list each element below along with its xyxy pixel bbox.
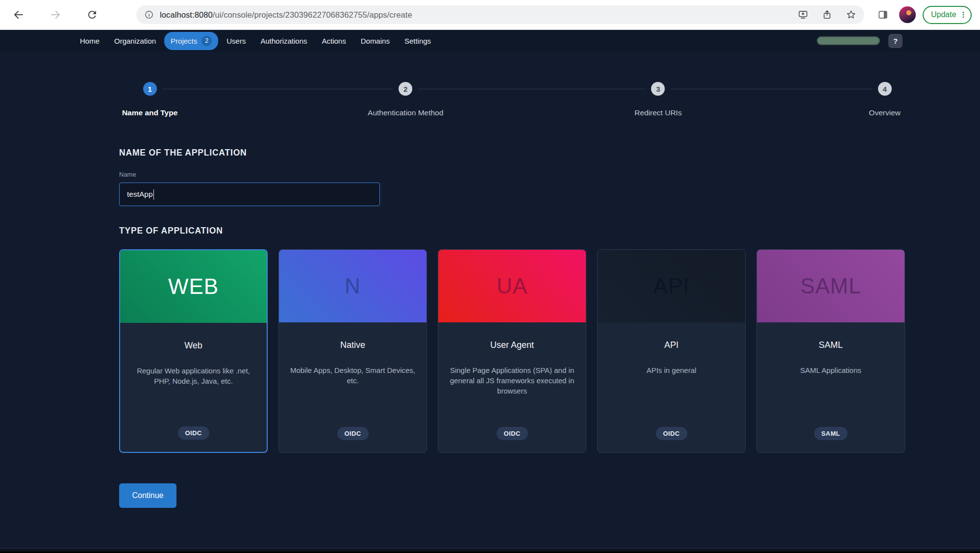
app-type-title: User Agent [490,340,534,350]
app-type-title: API [664,340,678,350]
nav-item-home[interactable]: Home [74,33,106,49]
protocol-badge: OIDC [337,427,368,440]
name-section-title: NAME OF THE APPLICATION [119,148,906,158]
console-nav-bar: HomeOrganizationProjects2UsersAuthorizat… [0,30,980,52]
address-bar[interactable]: localhost:8080/ui/console/projects/23039… [136,5,864,24]
step-circle-1[interactable]: 1 [143,82,157,96]
app-type-description: APIs in general [606,365,736,375]
back-icon[interactable] [13,9,25,21]
browser-profile-avatar[interactable] [899,6,916,23]
step-label-1[interactable]: Name and Type [122,108,177,117]
app-type-card-web[interactable]: WEBWebRegular Web applications like .net… [119,249,268,453]
url-path: /ui/console/projects/230396227068362755/… [213,10,412,19]
site-info-icon[interactable] [144,10,154,20]
url-text: localhost:8080/ui/console/projects/23039… [160,10,790,20]
nav-item-label: Settings [404,37,431,45]
step-label-2[interactable]: Authentication Method [368,108,443,117]
step-circle-2[interactable]: 2 [399,82,412,96]
continue-button[interactable]: Continue [119,483,176,508]
forward-icon[interactable] [50,9,61,21]
reload-icon[interactable] [86,9,98,21]
app-type-title: SAML [819,340,843,350]
api-card-banner: API [598,250,745,322]
nav-item-domains[interactable]: Domains [354,33,396,49]
app-type-title: Web [184,341,202,351]
app-type-card-user-agent[interactable]: UAUser AgentSingle Page Applications (SP… [438,249,586,453]
step-label-4[interactable]: Overview [869,108,901,117]
projects-count-badge: 2 [201,36,212,46]
nav-item-label: Users [226,37,246,45]
step-connector-line [418,89,645,89]
native-card-body: NativeMobile Apps, Desktop, Smart Device… [279,322,427,452]
web-card-banner: WEB [120,250,267,323]
nav-item-actions[interactable]: Actions [316,33,352,49]
nav-item-label: Actions [322,37,346,45]
user-agent-card-banner: UA [438,250,586,322]
api-card-body: APIAPIs in generalOIDC [598,322,745,452]
bookmark-star-icon[interactable] [846,9,856,20]
nav-item-label: Authorizations [260,37,307,45]
app-type-description: SAML Applications [766,365,896,375]
native-card-banner: N [279,250,427,322]
nav-item-label: Organization [114,37,156,45]
step-label-3[interactable]: Redirect URIs [634,108,681,117]
share-icon[interactable] [822,9,832,20]
install-app-icon[interactable] [798,9,808,20]
app-type-description: Mobile Apps, Desktop, Smart Devices, etc… [288,365,418,386]
nav-item-users[interactable]: Users [220,33,252,49]
help-button[interactable]: ? [888,34,903,48]
app-create-page: 1Name and Type2Authentication Method3Red… [119,79,906,508]
side-panel-icon[interactable] [878,9,888,20]
web-banner-abbr: WEB [168,274,219,299]
app-type-card-saml[interactable]: SAMLSAMLSAML ApplicationsSAML [756,249,905,453]
nav-item-settings[interactable]: Settings [398,33,437,49]
name-input[interactable]: testApp [119,183,380,206]
native-banner-abbr: N [345,274,361,298]
nav-item-label: Home [80,37,100,45]
name-field-label: Name [119,171,906,178]
app-type-description: Single Page Applications (SPA) and in ge… [447,365,577,396]
protocol-badge: OIDC [177,426,209,440]
nav-item-authorizations[interactable]: Authorizations [254,33,313,49]
browser-chrome: localhost:8080/ui/console/projects/23039… [0,0,980,30]
update-label: Update [931,10,956,19]
saml-card-banner: SAML [757,250,905,322]
stepper: 1Name and Type2Authentication Method3Red… [119,79,906,128]
nav-item-label: Projects [171,37,197,45]
step-circle-3[interactable]: 3 [651,82,665,96]
web-card-body: WebRegular Web applications like .net, P… [120,323,267,452]
protocol-badge: SAML [814,427,847,440]
step-connector-line [671,89,872,89]
app-type-cards: WEBWebRegular Web applications like .net… [119,249,906,453]
type-section-title: TYPE OF APPLICATION [119,226,906,236]
step-circle-4[interactable]: 4 [878,82,892,96]
nav-item-projects[interactable]: Projects2 [164,32,218,50]
app-type-title: Native [340,340,365,350]
text-caret [153,189,154,200]
app-type-card-native[interactable]: NNativeMobile Apps, Desktop, Smart Devic… [278,249,427,453]
app-type-description: Regular Web applications like .net, PHP,… [129,366,258,386]
nav-item-label: Domains [361,37,390,45]
protocol-badge: OIDC [655,427,687,440]
api-banner-abbr: API [653,274,690,298]
org-context-skeleton [817,36,880,45]
app-type-card-api[interactable]: APIAPIAPIs in generalOIDC [597,249,746,453]
saml-card-body: SAMLSAML ApplicationsSAML [757,322,905,452]
saml-banner-abbr: SAML [801,274,861,298]
user-agent-banner-abbr: UA [497,274,528,298]
browser-menu-kebab-icon[interactable] [959,10,968,19]
step-connector-line [163,89,393,89]
nav-items: HomeOrganizationProjects2UsersAuthorizat… [74,32,437,50]
protocol-badge: OIDC [496,427,528,440]
name-input-value: testApp [127,190,153,199]
url-domain: localhost:8080 [160,10,213,19]
update-button[interactable]: Update [923,6,972,24]
user-agent-card-body: User AgentSingle Page Applications (SPA)… [438,322,586,452]
nav-item-organization[interactable]: Organization [108,33,162,49]
